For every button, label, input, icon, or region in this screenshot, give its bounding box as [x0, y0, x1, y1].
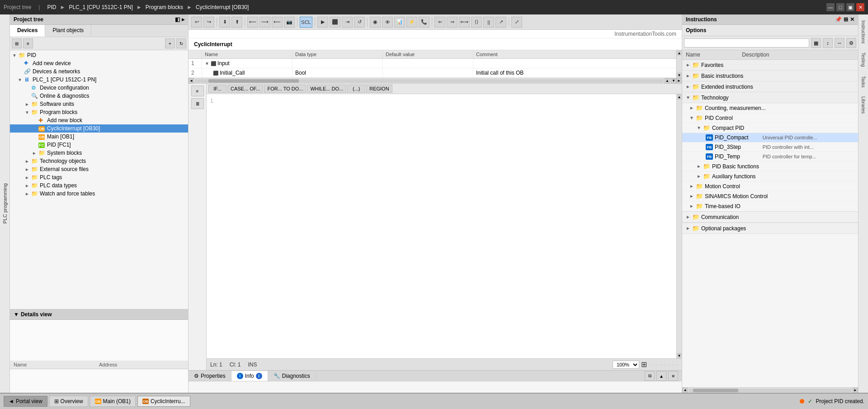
h-scroll-up-small[interactable]: ▲ — [665, 78, 670, 84]
tree-item-main[interactable]: OB Main [OB1] — [10, 133, 188, 141]
interface-scrollbar[interactable]: ▲ ▼ — [676, 50, 682, 78]
zoom-icon[interactable]: ⊞ — [641, 360, 647, 369]
inst-item-pid-temp[interactable]: FB PID_Temp PID controller for temp... — [682, 152, 858, 162]
toolbar-btn-reset[interactable]: ↺ — [354, 17, 365, 28]
tree-btn-grid[interactable]: ⊞ — [12, 38, 22, 48]
inst-h-scroll-right[interactable]: ► — [853, 388, 858, 393]
tree-item-watch-tables[interactable]: ► 📁 Watch and force tables — [10, 190, 188, 198]
panel-icon-2[interactable]: ▸ — [182, 16, 184, 23]
tree-btn-list[interactable]: ≡ — [23, 38, 33, 48]
toolbar-btn-align-right[interactable]: ⟶ — [259, 17, 270, 28]
h-scroll-thumb[interactable] — [208, 79, 299, 83]
scl-for-btn[interactable]: FOR... TO DO... — [264, 85, 306, 93]
inst-item-aux[interactable]: ► 📁 Auxiliary functions — [682, 171, 858, 181]
inst-item-pid-compact[interactable]: FB PID_Compact Universal PID controlle..… — [682, 133, 858, 143]
inst-group-optional[interactable]: ► 📁 Optional packages — [682, 223, 858, 234]
inst-item-pid-basic[interactable]: ► 📁 PID Basic functions — [682, 162, 858, 171]
toolbar-btn-jump[interactable]: ↗ — [495, 17, 506, 28]
scl-region-btn[interactable]: REGION — [366, 85, 392, 93]
h-scroll-right[interactable]: ► — [676, 78, 682, 84]
toolbar-btn-arrows3[interactable]: ⇐⇒ — [459, 17, 470, 28]
toolbar-btn-arrows5[interactable]: || — [483, 17, 494, 28]
inst-group-favorites[interactable]: ► 📁 Favorites — [682, 60, 858, 71]
tree-item-add-block[interactable]: ✚ Add new block — [10, 116, 188, 124]
toolbar-btn-redo[interactable]: ↪ — [203, 17, 214, 28]
tree-item-plc-data[interactable]: ► 📁 PLC data types — [10, 181, 188, 190]
vtab-testing[interactable]: Testing — [859, 48, 868, 71]
inst-close-icon[interactable]: ✕ — [850, 16, 854, 23]
interface-row-0[interactable]: 1 ▼ ⬛ Input — [189, 59, 676, 68]
details-expand[interactable]: ▼ — [14, 311, 19, 318]
tree-item-tech-objects[interactable]: ► 📁 Technology objects — [10, 157, 188, 165]
tab-devices[interactable]: Devices — [10, 25, 45, 37]
bottom-btn-3[interactable]: ✕ — [668, 371, 678, 381]
scl-while-btn[interactable]: WHILE... DO... — [307, 85, 346, 93]
close-button[interactable]: ✕ — [856, 3, 864, 11]
scroll-down-arrow[interactable]: ▼ — [677, 72, 682, 78]
toolbar-btn-extra[interactable]: ⤢ — [511, 17, 522, 28]
tree-item-system-blocks[interactable]: ► 📁 System blocks — [10, 149, 188, 157]
vtab-libraries[interactable]: Libraries — [859, 92, 868, 118]
inst-item-counting[interactable]: ► 📁 Counting, measuremen... — [682, 103, 858, 113]
toolbar-btn-arrows2[interactable]: ⇒ — [447, 17, 458, 28]
tab-properties[interactable]: ⚙ Properties — [189, 371, 231, 381]
bottom-btn-1[interactable]: ⧉ — [645, 371, 655, 381]
inst-item-pid-3step[interactable]: FB PID_3Step PID controller with int... — [682, 143, 858, 152]
code-scroll-down[interactable]: ▼ — [677, 353, 682, 358]
tab-diagnostics[interactable]: 🔧 Diagnostics — [268, 371, 316, 381]
toolbar-btn-stop[interactable]: ⬛ — [330, 17, 340, 28]
tree-root-pid[interactable]: ▼ 📁 PID — [10, 51, 188, 59]
tree-item-software-units[interactable]: ► 📁 Software units — [10, 100, 188, 108]
scl-case-btn[interactable]: CASE... OF... — [227, 85, 263, 93]
tree-btn-refresh[interactable]: ↻ — [176, 38, 186, 48]
inst-item-time-based[interactable]: ► 📁 Time-based IO — [682, 201, 858, 211]
bottom-btn-2[interactable]: ▲ — [656, 371, 666, 381]
toolbar-btn-watch[interactable]: 👁 — [382, 17, 393, 28]
inst-pin-icon[interactable]: 📌 — [835, 16, 842, 23]
toolbar-btn-step[interactable]: ⇥ — [342, 17, 353, 28]
inst-search-expand-btn[interactable]: ↔ — [835, 38, 844, 48]
code-scroll-up[interactable]: ▲ — [677, 94, 682, 100]
toolbar-btn-compile-down[interactable]: ⬇ — [219, 17, 230, 28]
h-scroll-left[interactable]: ◄ — [189, 78, 194, 84]
plc-programming-tab[interactable]: PLC programming — [0, 14, 10, 393]
portal-view-btn[interactable]: ◄ Portal view — [4, 396, 47, 407]
scl-code-area[interactable]: 1 — [207, 94, 676, 358]
inst-item-compact-pid[interactable]: ▼ 📁 Compact PID — [682, 123, 858, 133]
tab-plant-objects[interactable]: Plant objects — [45, 25, 91, 37]
zoom-select[interactable]: 100% 75% 125% — [613, 361, 639, 369]
inst-expand-icon[interactable]: ⊞ — [844, 16, 848, 23]
tree-btn-add[interactable]: + — [165, 38, 175, 48]
toolbar-btn-scl[interactable]: SCL — [300, 17, 312, 28]
code-scrollbar[interactable]: ▲ ▼ — [676, 94, 682, 358]
tree-item-pid-fc[interactable]: FC PID [FC1] — [10, 141, 188, 149]
inst-item-motion[interactable]: ► 📁 Motion Control — [682, 181, 858, 191]
inst-group-technology[interactable]: ▼ 📁 Technology — [682, 92, 858, 103]
tree-item-devices-networks[interactable]: 🔗 Devices & networks — [10, 67, 188, 76]
toolbar-btn-breakpoint[interactable]: ◉ — [370, 17, 381, 28]
toolbar-btn-align-left[interactable]: ⟵ — [247, 17, 258, 28]
toolbar-btn-align-top[interactable]: ⟵ — [272, 17, 283, 28]
inst-search-input[interactable] — [684, 38, 809, 48]
minimize-button[interactable]: — — [826, 3, 835, 11]
scl-if-btn[interactable]: IF... — [208, 85, 226, 93]
toolbar-btn-undo[interactable]: ↩ — [191, 17, 202, 28]
tab-info[interactable]: i Info i — [231, 371, 268, 381]
toolbar-btn-load[interactable]: ⬆ — [231, 17, 242, 28]
toolbar-btn-snapshot[interactable]: 📷 — [284, 17, 295, 28]
inst-search-sort-btn[interactable]: ↕ — [823, 38, 833, 48]
inst-search-filter-btn[interactable]: ▦ — [811, 38, 821, 48]
vtab-instructions[interactable]: Instructions — [859, 16, 868, 48]
tree-item-program-blocks[interactable]: ▼ 📁 Program blocks — [10, 108, 188, 116]
inst-item-pid-control[interactable]: ▼ 📁 PID Control — [682, 113, 858, 123]
toolbar-btn-call[interactable]: 📞 — [419, 17, 429, 28]
inst-item-sinamics[interactable]: ► 📁 SINAMICS Motion Control — [682, 191, 858, 201]
tree-item-plc1[interactable]: ▼ 🖥 PLC_1 [CPU 1512C-1 PN] — [10, 76, 188, 84]
tree-item-cyclic[interactable]: OB CyclicInterrupt [OB30] — [10, 124, 188, 133]
inst-search-settings-btn[interactable]: ⚙ — [846, 38, 856, 48]
toolbar-btn-arrows1[interactable]: ⇐ — [434, 17, 445, 28]
row-expand-0[interactable]: ▼ — [205, 61, 209, 66]
scl-btn-collapse[interactable]: ≣ — [191, 98, 204, 109]
toolbar-btn-force[interactable]: ⚡ — [406, 17, 417, 28]
panel-icon-1[interactable]: ◧ — [175, 16, 180, 23]
